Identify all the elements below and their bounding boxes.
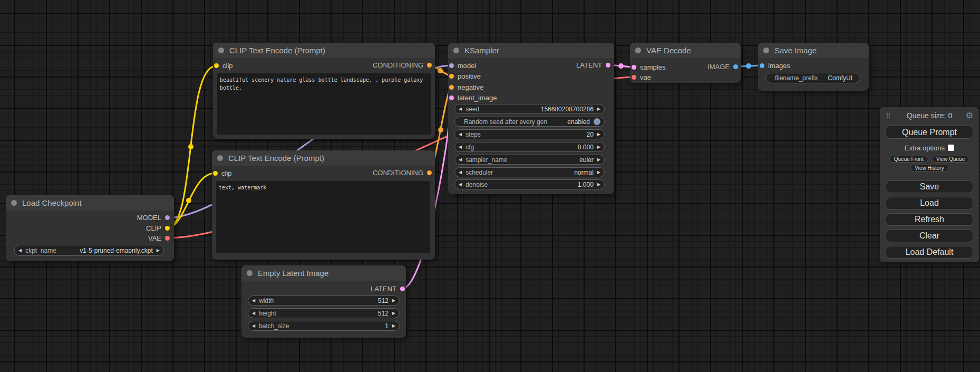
increment-arrow-icon[interactable]: ▶	[597, 145, 600, 149]
input-dot-positive[interactable]	[449, 74, 454, 79]
collapse-dot[interactable]	[218, 47, 224, 53]
increment-arrow-icon[interactable]: ▶	[157, 249, 160, 253]
input-dot-samples[interactable]	[632, 65, 636, 70]
collapse-dot[interactable]	[453, 47, 459, 53]
node-title-bar[interactable]: Load Checkpoint	[6, 195, 174, 211]
decrement-arrow-icon[interactable]: ◀	[18, 249, 22, 253]
widget-filename-prefix[interactable]: filename_prefix ComfyUI	[765, 73, 860, 83]
input-dot-negative[interactable]	[449, 85, 454, 90]
node-save-image[interactable]: Save Image images filename_prefix ComfyU…	[758, 43, 869, 91]
node-title-bar[interactable]: KSampler	[448, 43, 614, 58]
widget-seed[interactable]: ◀ seed 156680208700286 ▶	[454, 104, 605, 114]
input-dot-clip[interactable]	[214, 63, 219, 68]
input-dot-images[interactable]	[760, 63, 764, 68]
node-title-bar[interactable]: Save Image	[758, 43, 869, 58]
input-label: clip	[222, 62, 233, 70]
input-slot-images: images	[760, 62, 790, 69]
widget-ckpt-name[interactable]: ◀ ckpt_name v1-5-pruned-emaonly.ckpt ▶	[14, 245, 164, 256]
increment-arrow-icon[interactable]: ▶	[597, 132, 600, 137]
decrement-arrow-icon[interactable]: ◀	[459, 170, 462, 175]
input-dot-latent-image[interactable]	[449, 96, 454, 100]
widget-denoise[interactable]: ◀ denoise 1.000 ▶	[454, 179, 605, 189]
output-dot-model[interactable]	[165, 215, 170, 220]
save-button[interactable]: Save	[886, 180, 973, 193]
view-history-button[interactable]: View History	[910, 165, 948, 171]
node-empty-latent-image[interactable]: Empty Latent Image LATENT ◀ width 512 ▶ …	[241, 265, 406, 338]
input-slot-clip: clip	[213, 169, 232, 177]
output-dot-image[interactable]	[733, 64, 738, 69]
output-dot-clip[interactable]	[165, 226, 170, 231]
extra-options-checkbox[interactable]	[948, 145, 954, 151]
collapse-dot[interactable]	[635, 47, 641, 53]
output-label: LATENT	[576, 61, 602, 69]
increment-arrow-icon[interactable]: ▶	[392, 299, 395, 303]
clear-button[interactable]: Clear	[886, 230, 973, 242]
node-clip-text-encode-positive[interactable]: CLIP Text Encode (Prompt) clip CONDITION…	[213, 43, 435, 139]
node-ksampler[interactable]: KSampler model positive negative latent_…	[448, 43, 614, 194]
widget-label: ckpt_name	[25, 247, 56, 254]
settings-gear-icon[interactable]: ⚙	[966, 111, 973, 120]
widget-scheduler[interactable]: ◀ scheduler normal ▶	[454, 167, 605, 177]
output-dot-latent[interactable]	[400, 287, 405, 291]
decrement-arrow-icon[interactable]: ◀	[459, 183, 462, 187]
input-dot-model[interactable]	[449, 63, 454, 68]
widget-width[interactable]: ◀ width 512 ▶	[248, 295, 400, 306]
input-dot-vae[interactable]	[632, 75, 636, 80]
widget-cfg[interactable]: ◀ cfg 8.000 ▶	[454, 142, 605, 152]
collapse-dot[interactable]	[247, 270, 253, 276]
node-vae-decode[interactable]: VAE Decode samples vae IMAGE	[630, 43, 741, 83]
queue-prompt-button[interactable]: Queue Prompt	[886, 126, 973, 139]
decrement-arrow-icon[interactable]: ◀	[459, 132, 462, 137]
widget-label: seed	[465, 106, 479, 113]
output-slot-conditioning: CONDITIONING	[373, 169, 432, 176]
input-slot-samples: samples	[632, 63, 665, 71]
increment-arrow-icon[interactable]: ▶	[392, 324, 395, 328]
node-title-bar[interactable]: VAE Decode	[630, 43, 741, 58]
view-queue-button[interactable]: View Queue	[932, 156, 969, 163]
output-label: MODEL	[137, 214, 161, 222]
node-title-bar[interactable]: Empty Latent Image	[241, 265, 406, 281]
decrement-arrow-icon[interactable]: ◀	[252, 324, 255, 328]
increment-arrow-icon[interactable]: ▶	[597, 170, 600, 175]
decrement-arrow-icon[interactable]: ◀	[252, 311, 255, 316]
widget-batch-size[interactable]: ◀ batch_size 1 ▶	[248, 321, 400, 331]
increment-arrow-icon[interactable]: ▶	[597, 183, 600, 187]
increment-arrow-icon[interactable]: ▶	[392, 311, 395, 316]
queue-front-button[interactable]: Queue Front	[889, 156, 928, 163]
output-dot-conditioning[interactable]	[427, 63, 432, 68]
output-dot-conditioning[interactable]	[427, 170, 432, 175]
widget-value: euler	[579, 156, 594, 164]
node-title-bar[interactable]: CLIP Text Encode (Prompt)	[212, 150, 435, 166]
prompt-textarea[interactable]: beautiful scenery nature glass bottle la…	[217, 73, 431, 135]
graph-canvas[interactable]: Load Checkpoint MODEL CLIP VAE ◀ ckpt_na…	[0, 0, 980, 372]
input-dot-clip[interactable]	[213, 171, 218, 176]
decrement-arrow-icon[interactable]: ◀	[459, 107, 462, 111]
decrement-arrow-icon[interactable]: ◀	[252, 299, 255, 303]
node-title-bar[interactable]: CLIP Text Encode (Prompt)	[213, 43, 435, 58]
widget-height[interactable]: ◀ height 512 ▶	[248, 308, 400, 318]
collapse-dot[interactable]	[763, 47, 769, 53]
history-row: View History	[910, 165, 948, 171]
increment-arrow-icon[interactable]: ▶	[597, 107, 600, 111]
output-dot-latent[interactable]	[606, 63, 610, 68]
load-default-button[interactable]: Load Default	[886, 246, 973, 259]
node-clip-text-encode-negative[interactable]: CLIP Text Encode (Prompt) clip CONDITION…	[212, 150, 435, 260]
widget-sampler-name[interactable]: ◀ sampler_name euler ▶	[454, 155, 605, 165]
node-load-checkpoint[interactable]: Load Checkpoint MODEL CLIP VAE ◀ ckpt_na…	[6, 195, 174, 261]
refresh-button[interactable]: Refresh	[886, 213, 973, 226]
collapse-dot[interactable]	[11, 200, 17, 206]
increment-arrow-icon[interactable]: ▶	[597, 158, 600, 162]
prompt-textarea[interactable]: text, watermark	[216, 181, 430, 253]
widget-random-seed-toggle[interactable]: Random seed after every gen enabled	[454, 117, 605, 127]
load-button[interactable]: Load	[886, 197, 973, 209]
output-label: CONDITIONING	[373, 169, 423, 177]
input-label: model	[458, 62, 476, 70]
widget-label: batch_size	[259, 322, 289, 330]
collapse-dot[interactable]	[217, 155, 223, 161]
decrement-arrow-icon[interactable]: ◀	[459, 145, 462, 149]
toggle-indicator[interactable]	[594, 118, 600, 125]
output-slot-latent: LATENT	[371, 285, 405, 292]
output-dot-vae[interactable]	[165, 236, 170, 241]
decrement-arrow-icon[interactable]: ◀	[459, 158, 462, 162]
widget-steps[interactable]: ◀ steps 20 ▶	[454, 129, 605, 139]
